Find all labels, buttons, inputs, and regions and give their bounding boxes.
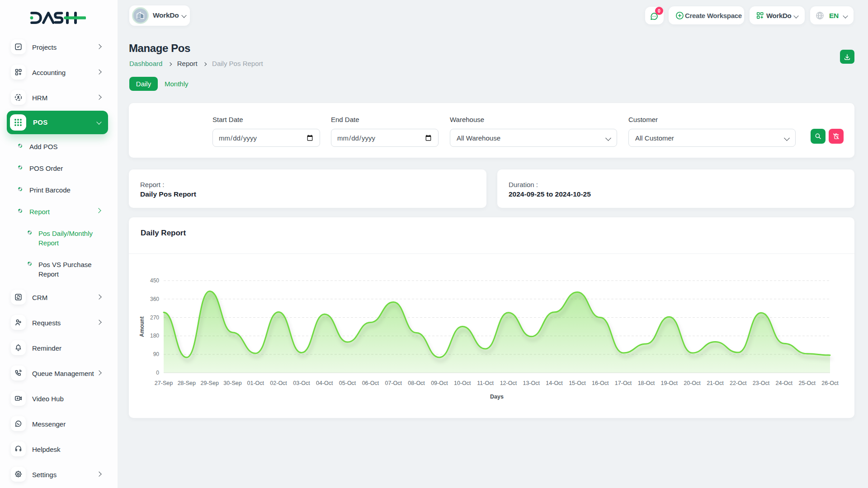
svg-text:29-Sep: 29-Sep [201,380,219,386]
svg-text:27-Sep: 27-Sep [155,380,173,386]
svg-text:04-Oct: 04-Oct [316,380,333,386]
svg-text:20-Oct: 20-Oct [684,380,701,386]
svg-text:270: 270 [150,314,159,321]
svg-text:16-Oct: 16-Oct [592,380,609,386]
svg-text:08-Oct: 08-Oct [408,380,425,386]
svg-text:21-Oct: 21-Oct [707,380,724,386]
svg-text:10-Oct: 10-Oct [454,380,471,386]
svg-text:05-Oct: 05-Oct [339,380,356,386]
svg-text:28-Sep: 28-Sep [178,380,196,386]
svg-text:Amount: Amount [139,316,145,337]
svg-text:01-Oct: 01-Oct [247,380,264,386]
svg-text:22-Oct: 22-Oct [730,380,747,386]
svg-text:02-Oct: 02-Oct [270,380,287,386]
svg-text:09-Oct: 09-Oct [431,380,448,386]
svg-text:Days: Days [490,394,504,400]
svg-text:11-Oct: 11-Oct [477,380,494,386]
svg-text:360: 360 [150,296,159,302]
svg-text:07-Oct: 07-Oct [385,380,402,386]
svg-text:26-Oct: 26-Oct [821,380,839,386]
svg-text:180: 180 [150,333,159,339]
svg-text:23-Oct: 23-Oct [753,380,770,386]
svg-text:03-Oct: 03-Oct [293,380,310,386]
svg-text:0: 0 [156,370,159,376]
svg-text:14-Oct: 14-Oct [546,380,563,386]
svg-text:12-Oct: 12-Oct [500,380,517,386]
svg-text:15-Oct: 15-Oct [569,380,586,386]
svg-text:450: 450 [150,277,159,284]
svg-text:30-Sep: 30-Sep [223,380,241,386]
svg-text:17-Oct: 17-Oct [615,380,632,386]
svg-text:24-Oct: 24-Oct [776,380,793,386]
svg-text:13-Oct: 13-Oct [523,380,540,386]
svg-text:06-Oct: 06-Oct [362,380,379,386]
svg-text:90: 90 [153,351,160,357]
svg-text:18-Oct: 18-Oct [638,380,655,386]
svg-text:25-Oct: 25-Oct [798,380,816,386]
svg-text:19-Oct: 19-Oct [660,380,678,386]
